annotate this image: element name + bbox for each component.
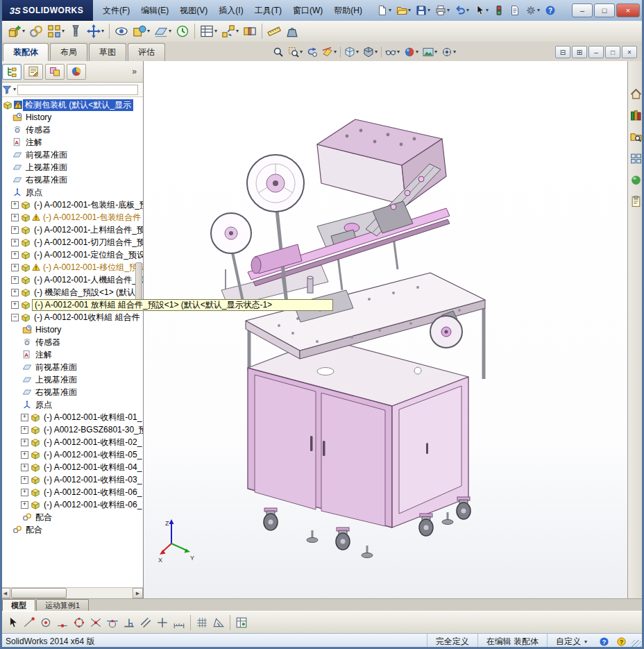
- custom-properties-button[interactable]: [628, 194, 644, 210]
- command-tab-0[interactable]: 装配体: [3, 43, 49, 61]
- scroll-left-arrow[interactable]: ◀: [0, 588, 10, 598]
- tree-row[interactable]: +(-) A0012-BGSZ6801-30_预: [0, 423, 143, 436]
- view-palette-button[interactable]: [628, 151, 644, 167]
- tree-row[interactable]: +(-) A-0012-001-收料组-02_: [0, 436, 143, 448]
- tree-row[interactable]: 检测包装机 (默认<默认_显示: [0, 99, 143, 111]
- menu-item-0[interactable]: 文件(F): [97, 3, 135, 19]
- filter-caret-icon[interactable]: ▾: [13, 87, 16, 92]
- tree-row[interactable]: +(-) A-0012-001-包装组-底板_预: [0, 199, 143, 211]
- tree-row[interactable]: +(-) A-0012-001 放料組 組合件_預設<1> (默认<默认_显示状…: [0, 298, 143, 311]
- configurationmanager-tab[interactable]: [45, 64, 65, 80]
- show-hidden-components-button[interactable]: [112, 22, 130, 40]
- expand-icon[interactable]: +: [21, 476, 28, 484]
- tangent-snap-button[interactable]: [104, 614, 121, 631]
- select-cursor-button[interactable]: ▾: [472, 3, 491, 18]
- edit-appearance-button[interactable]: ▾: [402, 44, 421, 60]
- interference-detection-button[interactable]: [241, 22, 259, 40]
- design-library-button[interactable]: [628, 108, 644, 124]
- tree-row[interactable]: +(-) 機架組合_預設<1> (默认: [0, 286, 143, 298]
- menu-item-4[interactable]: 工具(T): [249, 3, 287, 19]
- displaymanager-tab[interactable]: [67, 64, 86, 80]
- save-button[interactable]: ▾: [414, 3, 432, 18]
- doc-close-button[interactable]: ×: [622, 46, 637, 58]
- expand-pane-chevron[interactable]: »: [128, 66, 141, 77]
- view-orientation-button[interactable]: ▾: [342, 44, 361, 60]
- expand-icon[interactable]: +: [21, 414, 28, 421]
- previous-view-button[interactable]: [305, 44, 320, 60]
- help-button[interactable]: ?: [543, 3, 558, 18]
- doc-minimize-button[interactable]: –: [588, 46, 604, 58]
- expand-icon[interactable]: +: [11, 289, 19, 296]
- close-button[interactable]: ×: [616, 3, 640, 17]
- home-button[interactable]: [628, 86, 644, 102]
- print-button[interactable]: ▾: [433, 3, 452, 18]
- tree-row[interactable]: 前视基准面: [0, 361, 143, 373]
- apply-scene-button[interactable]: ▾: [421, 44, 439, 60]
- zoom-area-button[interactable]: ▾: [286, 44, 305, 60]
- doc-tab-1[interactable]: 运动算例1: [36, 599, 89, 612]
- linear-component-pattern-button[interactable]: ▾: [45, 22, 67, 40]
- doc-restore-button[interactable]: □: [605, 46, 620, 58]
- tree-row[interactable]: 传感器: [0, 124, 143, 136]
- machine-control-box[interactable]: [317, 119, 446, 205]
- new-motion-study-button[interactable]: [173, 22, 192, 40]
- bill-of-materials-button[interactable]: ▾: [198, 22, 219, 40]
- snap-options-button[interactable]: [233, 614, 250, 631]
- tree-row[interactable]: −(-) A-0012-001收料組 組合件: [0, 311, 143, 323]
- expand-icon[interactable]: +: [11, 239, 19, 246]
- mate-button[interactable]: [27, 22, 45, 40]
- tree-row[interactable]: +(-) A-0012-001-上料组合件_预: [0, 224, 143, 236]
- smart-fasteners-button[interactable]: [67, 22, 85, 40]
- tree-row[interactable]: +(-) A-0012-001-定位组合_预设: [0, 248, 143, 261]
- display-style-button[interactable]: ▾: [361, 44, 380, 60]
- pane-split-vertical-button[interactable]: ⊞: [572, 46, 587, 58]
- expand-icon[interactable]: +: [21, 451, 28, 459]
- tree-row[interactable]: +(-) A-0012-001-人機組合件_预: [0, 273, 143, 286]
- tree-row[interactable]: 配合: [0, 511, 143, 523]
- mass-properties-button[interactable]: [283, 22, 301, 40]
- tree-row[interactable]: A注解: [0, 136, 143, 149]
- expand-icon[interactable]: +: [21, 439, 28, 446]
- tree-row[interactable]: History: [0, 111, 143, 124]
- quadrant-snap-button[interactable]: [71, 614, 87, 631]
- midpoint-snap-button[interactable]: [54, 614, 71, 631]
- menu-item-2[interactable]: 视图(V): [174, 3, 213, 19]
- expand-icon[interactable]: +: [11, 251, 19, 259]
- file-properties-button[interactable]: [507, 3, 523, 18]
- machine-cabinet[interactable]: [248, 339, 468, 528]
- menu-item-6[interactable]: 帮助(H): [328, 3, 368, 19]
- expand-icon[interactable]: +: [11, 201, 19, 209]
- tree-row[interactable]: +(-) A-0012-001-收料组-04_: [0, 461, 143, 473]
- exploded-view-button[interactable]: ▾: [219, 22, 241, 40]
- length-snap-button[interactable]: [171, 614, 187, 631]
- tree-row[interactable]: 配合: [0, 523, 143, 536]
- tree-row[interactable]: 原点: [0, 398, 143, 411]
- insert-component-button[interactable]: ▾: [6, 22, 27, 40]
- propertymanager-tab[interactable]: [24, 64, 43, 80]
- parallel-snap-button[interactable]: [137, 614, 154, 631]
- tree-row[interactable]: 右视基准面: [0, 386, 143, 398]
- maximize-button[interactable]: □: [594, 3, 615, 17]
- tree-row[interactable]: +(-) A-0012-001-收料组-05_: [0, 448, 143, 461]
- scrollbar-thumb[interactable]: [11, 588, 67, 598]
- reference-geometry-button[interactable]: ▾: [152, 22, 173, 40]
- options-gear-button[interactable]: ▾: [523, 3, 542, 18]
- feature-filter-input[interactable]: [17, 85, 138, 95]
- measure-button[interactable]: [265, 22, 283, 40]
- view-settings-button[interactable]: ▾: [439, 44, 458, 60]
- expand-icon[interactable]: +: [21, 426, 28, 434]
- menu-item-1[interactable]: 编辑(E): [135, 3, 174, 19]
- filter-funnel-icon[interactable]: [2, 85, 12, 94]
- tree-vertical-scrollbar-thumb[interactable]: [135, 262, 142, 303]
- expand-icon[interactable]: +: [11, 276, 19, 284]
- command-tab-1[interactable]: 布局: [50, 43, 87, 61]
- assembly-model-view[interactable]: [144, 61, 627, 598]
- angle-snap-button[interactable]: [210, 614, 227, 631]
- tree-row[interactable]: +(-) A-0012-001-收料组-06_: [0, 486, 143, 498]
- pane-split-horizontal-button[interactable]: ⊟: [555, 46, 570, 58]
- appearances-scenes-button[interactable]: [628, 172, 644, 188]
- tree-row[interactable]: 原点: [0, 186, 143, 199]
- file-explorer-button[interactable]: [628, 129, 644, 145]
- expand-icon[interactable]: +: [21, 464, 28, 471]
- status-help-icon[interactable]: ?: [599, 637, 609, 647]
